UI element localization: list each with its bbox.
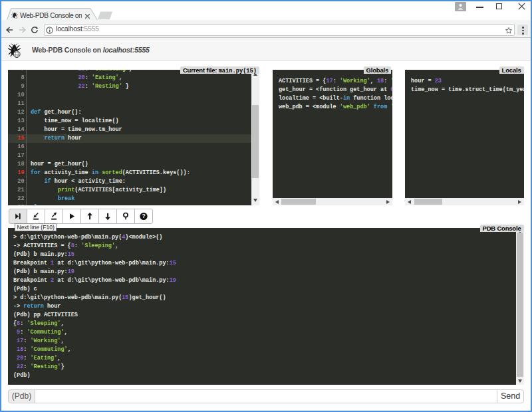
svg-text:?: ? <box>142 213 145 219</box>
